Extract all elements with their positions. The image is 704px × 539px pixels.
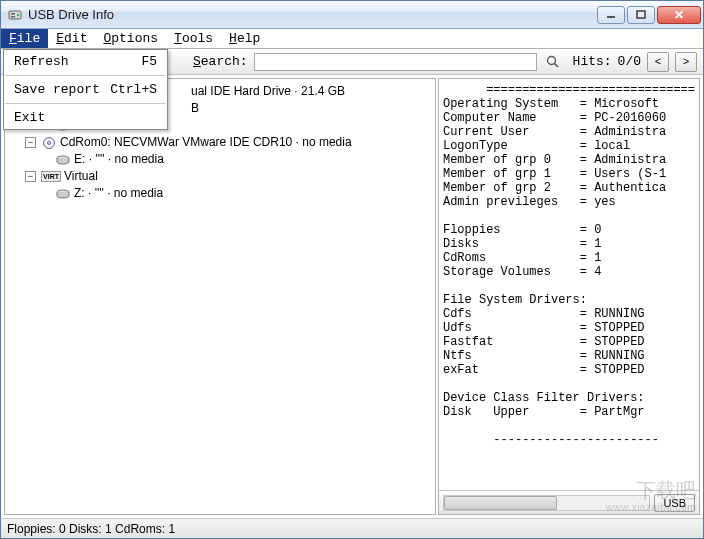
search-input[interactable] [254,53,537,71]
tree-text: CdRom0: NECVMWar VMware IDE CDR10 · no m… [60,134,352,151]
tree-row-cdrom[interactable]: − CdRom0: NECVMWar VMware IDE CDR10 · no… [11,134,429,151]
svg-rect-5 [637,11,645,18]
usb-badge[interactable]: USB [654,494,695,512]
menu-file[interactable]: File [1,29,48,48]
cdrom-icon [41,136,57,150]
usb-label: USB [663,497,686,509]
status-text: Floppies: 0 Disks: 1 CdRoms: 1 [7,522,175,536]
window-controls: ✕ [597,6,701,24]
svg-point-6 [547,56,555,64]
statusbar: Floppies: 0 Disks: 1 CdRoms: 1 [1,518,703,538]
menu-refresh-accel: F5 [141,54,157,69]
disk-icon [55,187,71,201]
main-split: ual IDE Hard Drive · 21.4 GB B D: · ''''… [1,75,703,518]
search-label: Search: [193,54,248,69]
svg-point-10 [48,141,51,144]
menu-exit[interactable]: Exit [4,106,167,129]
menu-save-accel: Ctrl+S [110,82,157,97]
app-icon [7,7,23,23]
close-button[interactable]: ✕ [657,6,701,24]
svg-rect-2 [11,16,15,18]
minimize-button[interactable] [597,6,625,24]
tree-row-drive-e[interactable]: E: · '''' · no media [11,151,429,168]
svg-rect-1 [11,13,15,15]
tree-text: E: · '''' · no media [74,151,164,168]
menu-separator [5,103,166,104]
tree-row-drive-z[interactable]: Z: · '''' · no media [11,185,429,202]
tree-text: Z: · '''' · no media [74,185,163,202]
menubar: File Edit Options Tools Help [1,29,703,49]
next-hit-button[interactable]: > [675,52,697,72]
tree-row-virtual[interactable]: − VIRT Virtual [11,168,429,185]
menu-exit-label: Exit [14,110,45,125]
menu-refresh-label: Refresh [14,54,69,69]
svg-line-7 [554,63,558,67]
hits-label: Hits: [573,54,612,69]
menu-save-label: Save report [14,82,100,97]
system-info-output[interactable]: ============================= Operating … [439,79,699,490]
tree-text: Virtual [64,168,98,185]
menu-save-report[interactable]: Save report Ctrl+S [4,78,167,101]
menu-refresh[interactable]: Refresh F5 [4,50,167,73]
svg-point-3 [17,13,20,16]
expander-minus-icon[interactable]: − [25,137,36,148]
menu-help[interactable]: Help [221,29,268,48]
output-pane: ============================= Operating … [438,78,700,515]
window-title: USB Drive Info [28,7,597,22]
scrollbar-thumb[interactable] [444,496,557,510]
hits-value: 0/0 [618,54,641,69]
menu-separator [5,75,166,76]
output-bottombar: USB [439,490,699,514]
search-icon[interactable] [543,52,563,72]
tree-text: B [191,100,199,117]
virtual-icon: VIRT [41,171,61,182]
file-dropdown: Refresh F5 Save report Ctrl+S Exit [3,49,168,130]
titlebar: USB Drive Info ✕ [1,1,703,29]
tree-text: ual IDE Hard Drive · 21.4 GB [191,83,345,100]
menu-tools[interactable]: Tools [166,29,221,48]
tree-pane: ual IDE Hard Drive · 21.4 GB B D: · ''''… [4,78,436,515]
maximize-button[interactable] [627,6,655,24]
prev-hit-button[interactable]: < [647,52,669,72]
menu-options[interactable]: Options [95,29,166,48]
expander-minus-icon[interactable]: − [25,171,36,182]
menu-edit[interactable]: Edit [48,29,95,48]
disk-icon [55,153,71,167]
horizontal-scrollbar[interactable] [443,495,650,511]
